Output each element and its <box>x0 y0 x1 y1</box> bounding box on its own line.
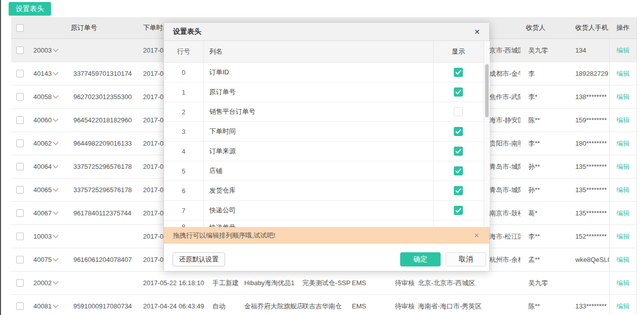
select-all-checkbox[interactable] <box>16 24 24 32</box>
consignee-phone-cell: 180******** <box>570 132 609 155</box>
chevron-down-icon[interactable] <box>53 235 59 238</box>
edit-link[interactable]: 编辑 <box>617 116 630 125</box>
chevron-down-icon[interactable] <box>53 49 59 52</box>
row-checkbox[interactable] <box>16 47 24 54</box>
edit-link[interactable]: 编辑 <box>617 255 630 264</box>
order-id-cell: 10003 <box>29 225 68 248</box>
row-checkbox[interactable] <box>16 163 24 170</box>
order-id-value: 40060 <box>33 116 52 124</box>
show-column-checkbox[interactable] <box>454 186 463 195</box>
consignee-cell: 李* <box>521 85 570 108</box>
drag-hint-text: 拖拽行可以编辑排列顺序哦,试试吧! <box>173 231 275 240</box>
chevron-down-icon[interactable] <box>53 188 59 192</box>
warehouse-cell: 完美测试仓-SSP <box>303 272 352 294</box>
chevron-down-icon[interactable] <box>53 281 59 285</box>
edit-link[interactable]: 编辑 <box>617 46 630 55</box>
row-checkbox[interactable] <box>16 209 24 217</box>
chevron-down-icon[interactable] <box>53 304 59 308</box>
order-id-value: 20002 <box>33 279 52 287</box>
modal-column-row[interactable]: 1原订单号 <box>164 82 489 102</box>
edit-link[interactable]: 编辑 <box>617 139 630 148</box>
drag-hint-close-icon[interactable]: × <box>474 231 479 240</box>
actions-cell: 编辑 <box>609 178 636 201</box>
show-column-checkbox[interactable] <box>454 206 463 215</box>
set-table-header-button[interactable]: 设置表头 <box>9 2 51 16</box>
show-column-checkbox[interactable] <box>454 87 463 97</box>
confirm-button[interactable]: 确定 <box>400 252 441 266</box>
consignee-cell: 吴九零 <box>521 39 570 62</box>
show-column-checkbox[interactable] <box>454 68 463 77</box>
original-order-no-cell <box>68 39 143 62</box>
row-select-cell <box>11 202 29 224</box>
edit-link[interactable]: 编辑 <box>617 93 630 102</box>
chevron-down-icon[interactable] <box>53 95 59 99</box>
modal-show-cell <box>434 142 483 161</box>
modal-column-row[interactable]: 4订单来源 <box>164 142 489 161</box>
modal-column-row[interactable]: 0订单ID <box>164 63 489 82</box>
row-checkbox[interactable] <box>16 256 24 263</box>
consignee-cell: 孙** <box>521 178 570 201</box>
modal-title: 设置表头 <box>173 27 201 36</box>
row-checkbox[interactable] <box>16 302 24 310</box>
modal-row-number: 7 <box>164 201 204 220</box>
actions-cell: 编辑 <box>609 272 636 294</box>
consignee-phone-cell: 159******** <box>570 109 609 131</box>
modal-column-name: 下单时间 <box>204 122 434 141</box>
edit-link[interactable]: 编辑 <box>617 302 630 311</box>
modal-show-cell <box>434 220 483 223</box>
edit-link[interactable]: 编辑 <box>617 69 630 78</box>
consignee-phone-cell: 134 <box>570 39 609 62</box>
consignee-phone-cell: 138******** <box>570 85 609 108</box>
modal-row-number: 2 <box>164 102 204 121</box>
row-checkbox[interactable] <box>16 186 24 194</box>
modal-column-name: 发货仓库 <box>204 181 434 200</box>
modal-column-name: 原订单号 <box>204 82 434 102</box>
chevron-down-icon[interactable] <box>53 72 59 75</box>
chevron-down-icon[interactable] <box>53 118 59 122</box>
chevron-down-icon[interactable] <box>53 258 59 261</box>
modal-scrollbar-thumb[interactable] <box>485 64 489 117</box>
row-checkbox[interactable] <box>16 116 24 124</box>
consignee-phone-cell: 135******** <box>570 178 609 201</box>
order-id-value: 40062 <box>33 140 52 147</box>
modal-row-number: 5 <box>164 161 204 181</box>
row-select-cell <box>11 132 29 155</box>
modal-column-row[interactable]: 2销售平台订单号 <box>164 102 489 122</box>
modal-show-cell <box>434 82 483 102</box>
show-column-checkbox[interactable] <box>454 147 463 156</box>
chevron-down-icon[interactable] <box>53 211 59 215</box>
modal-column-row[interactable]: 3下单时间 <box>164 122 489 142</box>
edit-link[interactable]: 编辑 <box>617 232 630 241</box>
chevron-down-icon[interactable] <box>53 165 59 168</box>
modal-scrollbar-track[interactable] <box>484 41 490 227</box>
edit-link[interactable]: 编辑 <box>617 279 630 288</box>
show-column-checkbox[interactable] <box>454 166 463 175</box>
modal-table-header: 行号 列名 显示 <box>164 41 489 63</box>
modal-column-row[interactable]: 7快递公司 <box>164 201 489 220</box>
modal-column-row[interactable]: 6发货仓库 <box>164 181 489 201</box>
show-column-checkbox[interactable] <box>454 127 463 136</box>
show-column-checkbox[interactable] <box>454 107 463 116</box>
row-checkbox[interactable] <box>16 140 24 147</box>
chevron-down-icon[interactable] <box>53 142 59 145</box>
row-checkbox[interactable] <box>16 233 24 240</box>
actions-cell: 编辑 <box>609 248 636 271</box>
actions-cell: 编辑 <box>609 85 636 108</box>
modal-show-cell <box>434 201 483 220</box>
row-checkbox[interactable] <box>16 70 24 77</box>
modal-header-col-name: 列名 <box>204 41 434 62</box>
edit-link[interactable]: 编辑 <box>617 186 630 195</box>
restore-defaults-button[interactable]: 还原默认设置 <box>173 252 225 266</box>
modal-column-row[interactable]: 8快递单号 <box>164 220 489 228</box>
modal-column-row[interactable]: 5店铺 <box>164 161 489 181</box>
modal-close-icon[interactable]: ✕ <box>474 28 480 35</box>
table-row: 200022017-05-22 16:18:10手工新建Hibaby海淘优品1完… <box>11 272 636 295</box>
cancel-button[interactable]: 取消 <box>446 252 486 266</box>
edit-link[interactable]: 编辑 <box>617 209 630 218</box>
actions-cell: 编辑 <box>609 39 636 62</box>
row-checkbox[interactable] <box>16 93 24 101</box>
row-checkbox[interactable] <box>16 279 24 287</box>
order-time-cell: 2017-05-22 16:18:10 <box>143 272 212 294</box>
modal-show-cell <box>434 63 483 82</box>
edit-link[interactable]: 编辑 <box>617 162 630 171</box>
